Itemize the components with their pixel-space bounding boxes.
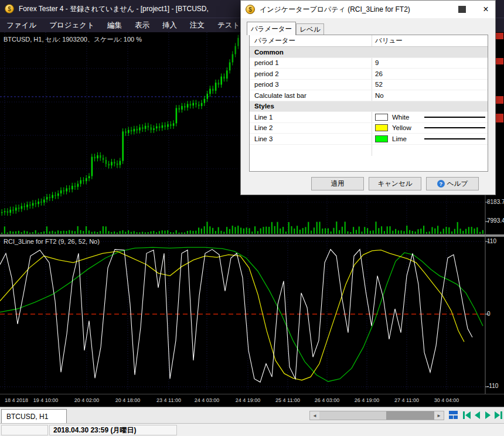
maximize-icon: [458, 6, 466, 13]
col-header-value: バリュー: [375, 35, 403, 46]
section-row: Styles: [250, 101, 488, 113]
time-label: 19 4 10:00: [33, 397, 59, 403]
table-row[interactable]: period 352: [250, 80, 488, 91]
col-header-parameter: パラメーター: [254, 35, 295, 46]
help-icon: ?: [437, 180, 445, 188]
table-row[interactable]: Line 1White: [250, 112, 488, 123]
chart-tab-bar: BTCUSD, H1 ◄ ►: [0, 407, 504, 423]
indicator-label: RCI_3Line for FT2 (9, 26, 52, No): [4, 238, 100, 245]
menu-item[interactable]: 注文: [183, 18, 211, 33]
table-row[interactable]: Line 3Lime: [250, 134, 488, 145]
line-style-sample: [424, 127, 485, 128]
table-row[interactable]: Calculate last barNo: [250, 90, 488, 101]
dialog-title: インジケータープロパティ (RCI_3Line for FT2): [260, 5, 410, 15]
scroll-right-icon[interactable]: ►: [434, 411, 444, 420]
indicator-properties-dialog: $ インジケータープロパティ (RCI_3Line for FT2) × パラメ…: [240, 0, 496, 195]
table-row[interactable]: period 226: [250, 69, 488, 80]
price-marker: [496, 33, 503, 39]
close-icon[interactable]: ×: [478, 2, 494, 16]
time-label: 24 4 03:00: [195, 397, 220, 403]
status-datetime: 2018.04.30 23:59 (月曜日): [49, 425, 177, 435]
price-marker: [496, 96, 503, 104]
dialog-coin-icon: $: [246, 5, 255, 14]
time-label: 18 4 2018: [5, 397, 28, 403]
time-label: 26 4 03:00: [315, 397, 340, 403]
help-button[interactable]: ? ヘルプ: [426, 177, 479, 190]
menu-item[interactable]: 編集: [101, 18, 128, 33]
window-title: Forex Tester 4 - 登録されていません - [project1] …: [19, 4, 209, 14]
horizontal-scrollbar[interactable]: ◄ ►: [309, 411, 444, 420]
go-to-end-icon[interactable]: [493, 410, 503, 421]
time-label: 25 4 11:00: [275, 397, 300, 403]
scroll-left-icon[interactable]: ◄: [310, 411, 319, 420]
indicator-scale-min: -110: [487, 383, 498, 389]
price-axis-label: 8183.760: [487, 199, 504, 205]
line-style-sample: [424, 138, 485, 139]
cancel-button[interactable]: キャンセル: [369, 177, 421, 190]
tile-windows-icon[interactable]: [448, 410, 459, 420]
menu-item[interactable]: 表示: [128, 18, 156, 33]
section-row: Common: [250, 47, 488, 58]
maximize-button[interactable]: [454, 4, 469, 15]
table-row[interactable]: period 19: [250, 58, 488, 69]
time-label: 26 4 19:00: [355, 397, 380, 403]
price-axis-label: 7993.440: [487, 217, 504, 224]
indicator-scale-zero: 0: [487, 311, 491, 317]
status-bar: 2018.04.30 23:59 (月曜日): [0, 423, 504, 436]
forex-tester-window: $ Forex Tester 4 - 登録されていません - [project1…: [0, 0, 504, 436]
menu-item[interactable]: プロジェクト: [43, 18, 101, 33]
step-back-icon[interactable]: [472, 410, 482, 421]
menu-item[interactable]: 挿入: [156, 18, 183, 33]
scrollbar-thumb[interactable]: [386, 411, 434, 420]
indicator-scale-max: 110: [487, 238, 496, 244]
status-cell: [1, 425, 48, 435]
chart-tab[interactable]: BTCUSD, H1: [1, 409, 67, 424]
app-coin-icon: $: [5, 4, 14, 13]
tab-parameters[interactable]: パラメーター: [247, 22, 296, 35]
apply-button[interactable]: 適用: [311, 177, 364, 190]
menu-item[interactable]: ファイル: [0, 18, 43, 33]
price-marker: [496, 58, 503, 64]
time-label: 20 4 02:00: [74, 397, 100, 403]
chart-info-label: BTCUSD, H1, セル: 1903200、スケール: 100 %: [4, 35, 142, 44]
color-swatch[interactable]: [375, 124, 388, 131]
price-marker: [496, 114, 503, 122]
step-forward-icon[interactable]: [483, 410, 493, 421]
parameters-table: パラメーター バリュー Commonperiod 19period 226per…: [249, 35, 488, 172]
line-style-sample: [424, 117, 485, 118]
color-swatch[interactable]: [375, 114, 388, 121]
table-row[interactable]: Line 2Yellow: [250, 123, 488, 134]
tab-levels[interactable]: レベル: [296, 23, 324, 35]
time-label: 20 4 18:00: [115, 397, 141, 403]
time-label: 24 4 19:00: [236, 397, 261, 403]
color-swatch[interactable]: [375, 135, 388, 142]
go-to-start-icon[interactable]: [462, 410, 472, 421]
help-button-label: ヘルプ: [447, 179, 468, 188]
time-label: 27 4 11:00: [394, 397, 419, 403]
time-axis: 18 4 201819 4 10:0020 4 02:0020 4 18:002…: [0, 394, 504, 407]
time-label: 23 4 11:00: [156, 397, 181, 403]
time-label: 30 4 04:00: [434, 397, 459, 403]
